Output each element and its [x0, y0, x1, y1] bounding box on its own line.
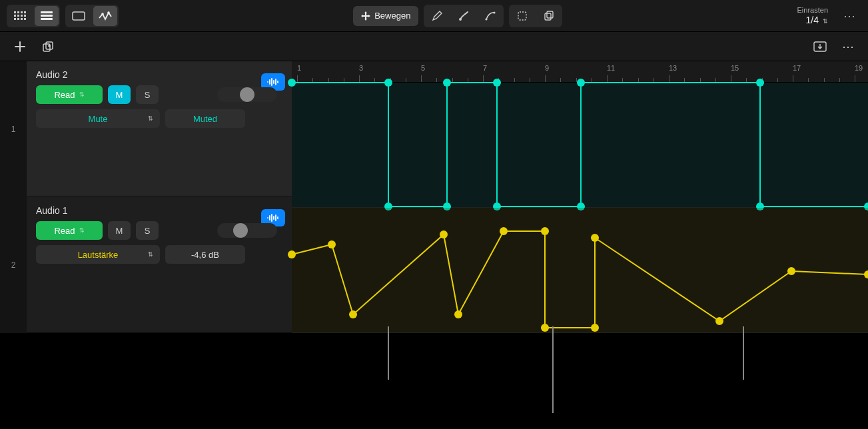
automation-param-select[interactable]: Mute⇅	[36, 109, 160, 128]
callout-line	[388, 326, 389, 380]
track-more-button[interactable]: ⋯	[839, 37, 857, 56]
automation-point[interactable]	[384, 79, 392, 87]
chevron-updown-icon: ⇅	[79, 91, 85, 98]
mute-button[interactable]: M	[108, 221, 131, 240]
svg-rect-3	[24, 11, 26, 13]
automation-point[interactable]	[756, 79, 764, 87]
slider-knob[interactable]	[233, 223, 248, 238]
callout-line	[743, 326, 744, 380]
track-name: Audio 2	[36, 69, 282, 80]
svg-rect-6	[21, 15, 23, 17]
svg-rect-1	[17, 11, 19, 13]
ruler-mark: 13	[669, 64, 677, 72]
chevron-updown-icon: ⇅	[148, 251, 153, 258]
automation-view-button[interactable]	[93, 6, 117, 26]
marquee-tool-button[interactable]	[510, 6, 534, 26]
automation-point[interactable]	[454, 310, 462, 318]
edit-tools-group	[424, 5, 504, 27]
curve-tool-button[interactable]	[478, 6, 502, 26]
automation-point[interactable]	[577, 79, 585, 87]
copy-tool-button[interactable]	[537, 6, 561, 26]
automation-lane[interactable]	[292, 83, 868, 208]
automation-value[interactable]: -4,6 dB	[165, 245, 245, 264]
automation-point[interactable]	[541, 227, 549, 235]
chevron-updown-icon: ⇅	[79, 227, 85, 234]
mute-button[interactable]: M	[108, 85, 131, 104]
pencil-tool-button[interactable]	[425, 6, 449, 26]
automation-point[interactable]	[288, 79, 296, 87]
svg-rect-4	[14, 15, 16, 17]
automation-point[interactable]	[500, 227, 508, 235]
solo-button[interactable]: S	[136, 221, 159, 240]
automation-point[interactable]	[440, 230, 448, 238]
track-header-toolbar: ⋯	[0, 32, 868, 61]
display-mode-group	[65, 5, 119, 27]
move-icon	[361, 11, 370, 21]
svg-point-18	[459, 18, 462, 21]
waveform-icon	[266, 213, 280, 222]
automation-param-select[interactable]: Lautstärke⇅	[36, 245, 160, 264]
track-header[interactable]: Audio 1 Read⇅ M S Lautstärke⇅ -4,6 dB	[27, 197, 292, 333]
waveform-icon	[266, 77, 280, 87]
automation-point[interactable]	[541, 324, 549, 332]
main-area: 1 2 Audio 2 Read⇅ M S Mute⇅ Muted	[0, 61, 868, 333]
volume-slider[interactable]	[217, 223, 277, 238]
chevron-updown-icon: ⇅	[823, 18, 828, 25]
slider-knob[interactable]	[240, 87, 254, 102]
automation-point[interactable]	[864, 270, 868, 278]
automation-point[interactable]	[288, 250, 296, 258]
ruler-mark: 5	[421, 64, 425, 72]
solo-button[interactable]: S	[136, 85, 159, 104]
volume-slider[interactable]	[217, 87, 277, 102]
snap-value: 1/4	[806, 15, 819, 25]
svg-rect-13	[41, 15, 53, 17]
svg-rect-7	[24, 15, 26, 17]
automation-mode-button[interactable]: Read⇅	[36, 85, 103, 104]
brush-tool-button[interactable]	[452, 6, 476, 26]
svg-rect-23	[547, 11, 553, 18]
automation-point[interactable]	[443, 79, 451, 87]
automation-curve[interactable]	[292, 83, 868, 207]
svg-rect-0	[14, 11, 16, 13]
svg-point-19	[486, 18, 488, 20]
list-view-button[interactable]	[35, 6, 59, 26]
automation-point[interactable]	[591, 324, 599, 332]
svg-point-17	[107, 11, 110, 14]
automation-point[interactable]	[328, 240, 336, 248]
import-button[interactable]	[811, 37, 829, 56]
track-number: 1	[0, 61, 27, 197]
move-tool-button[interactable]: Bewegen	[353, 6, 418, 26]
svg-point-16	[101, 13, 104, 15]
svg-rect-8	[14, 18, 16, 20]
automation-point[interactable]	[591, 234, 599, 242]
ruler-mark: 1	[297, 64, 301, 72]
ruler-mark: 19	[855, 64, 863, 72]
track-header[interactable]: Audio 2 Read⇅ M S Mute⇅ Muted	[27, 61, 292, 197]
snap-control[interactable]: Einrasten 1/4⇅	[797, 6, 832, 26]
region-view-button[interactable]	[67, 6, 91, 26]
more-menu-button[interactable]: ⋯	[837, 6, 861, 26]
add-track-button[interactable]	[11, 37, 29, 56]
callout-lines	[0, 333, 868, 429]
automation-point[interactable]	[715, 317, 723, 325]
ruler-mark: 17	[793, 64, 801, 72]
automation-value[interactable]: Muted	[165, 109, 245, 128]
track-number: 2	[0, 197, 27, 333]
duplicate-track-button[interactable]	[39, 37, 57, 56]
automation-lane[interactable]	[292, 208, 868, 333]
automation-point[interactable]	[493, 79, 501, 87]
svg-rect-14	[41, 18, 53, 20]
svg-rect-21	[518, 12, 526, 20]
automation-mode-button[interactable]: Read⇅	[36, 221, 103, 240]
svg-rect-2	[21, 11, 23, 13]
automation-point[interactable]	[349, 310, 357, 318]
chevron-updown-icon: ⇅	[148, 115, 153, 122]
view-mode-group	[7, 5, 60, 27]
svg-point-20	[494, 11, 496, 13]
svg-rect-9	[17, 18, 19, 20]
svg-rect-11	[24, 18, 26, 20]
automation-curve[interactable]	[292, 208, 868, 332]
grid-view-button[interactable]	[8, 6, 32, 26]
automation-point[interactable]	[787, 267, 795, 275]
timeline-area[interactable]: 135791113151719	[292, 61, 868, 333]
